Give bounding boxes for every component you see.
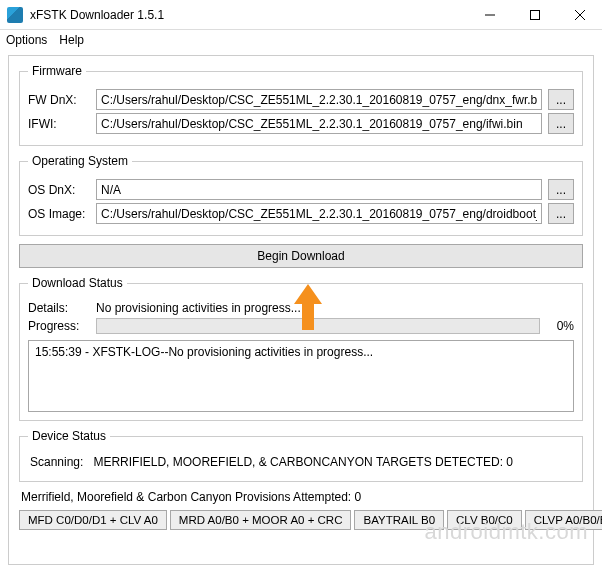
log-box[interactable]: 15:55:39 - XFSTK-LOG--No provisioning ac… <box>28 340 574 412</box>
menubar: Options Help <box>0 30 602 50</box>
osimg-browse-button[interactable]: ... <box>548 203 574 224</box>
bottom-tabs: MFD C0/D0/D1 + CLV A0 MRD A0/B0 + MOOR A… <box>19 510 583 530</box>
tab-clvp[interactable]: CLVP A0/B0/B1 <box>525 510 602 530</box>
firmware-group: Firmware FW DnX: ... IFWI: ... <box>19 64 583 146</box>
close-icon <box>575 10 585 20</box>
details-label: Details: <box>28 301 90 315</box>
ifwi-input[interactable] <box>96 113 542 134</box>
device-status-legend: Device Status <box>28 429 110 443</box>
svg-rect-1 <box>530 10 539 19</box>
minimize-icon <box>485 10 495 20</box>
scanning-label: Scanning: <box>30 455 83 469</box>
fwdnx-input[interactable] <box>96 89 542 110</box>
app-icon <box>7 7 23 23</box>
tab-mfd[interactable]: MFD C0/D0/D1 + CLV A0 <box>19 510 167 530</box>
progress-bar <box>96 318 540 334</box>
window-title: xFSTK Downloader 1.5.1 <box>30 8 164 22</box>
download-status-group: Download Status Details: No provisioning… <box>19 276 583 421</box>
os-group: Operating System OS DnX: ... OS Image: .… <box>19 154 583 236</box>
progress-percent: 0% <box>546 319 574 333</box>
tab-baytrail[interactable]: BAYTRAIL B0 <box>354 510 444 530</box>
osdnx-input[interactable] <box>96 179 542 200</box>
titlebar: xFSTK Downloader 1.5.1 <box>0 0 602 30</box>
minimize-button[interactable] <box>467 0 512 30</box>
log-line: 15:55:39 - XFSTK-LOG--No provisioning ac… <box>35 345 567 359</box>
menu-options[interactable]: Options <box>6 33 47 47</box>
osimg-input[interactable] <box>96 203 542 224</box>
progress-label: Progress: <box>28 319 90 333</box>
ifwi-label: IFWI: <box>28 117 90 131</box>
osdnx-label: OS DnX: <box>28 183 90 197</box>
tab-mrd[interactable]: MRD A0/B0 + MOOR A0 + CRC <box>170 510 352 530</box>
osdnx-browse-button[interactable]: ... <box>548 179 574 200</box>
scanning-value: MERRIFIELD, MOOREFIELD, & CARBONCANYON T… <box>93 455 513 469</box>
firmware-legend: Firmware <box>28 64 86 78</box>
menu-help[interactable]: Help <box>59 33 84 47</box>
provisions-attempted: Merrifield, Moorefield & Carbon Canyon P… <box>21 490 581 504</box>
fwdnx-browse-button[interactable]: ... <box>548 89 574 110</box>
device-status-group: Device Status Scanning: MERRIFIELD, MOOR… <box>19 429 583 482</box>
ifwi-browse-button[interactable]: ... <box>548 113 574 134</box>
tab-clv[interactable]: CLV B0/C0 <box>447 510 522 530</box>
close-button[interactable] <box>557 0 602 30</box>
maximize-icon <box>530 10 540 20</box>
fwdnx-label: FW DnX: <box>28 93 90 107</box>
client-area: Firmware FW DnX: ... IFWI: ... Operating… <box>8 55 594 565</box>
os-legend: Operating System <box>28 154 132 168</box>
download-status-legend: Download Status <box>28 276 127 290</box>
osimg-label: OS Image: <box>28 207 90 221</box>
details-value: No provisioning activities in progress..… <box>96 301 301 315</box>
maximize-button[interactable] <box>512 0 557 30</box>
begin-download-button[interactable]: Begin Download <box>19 244 583 268</box>
